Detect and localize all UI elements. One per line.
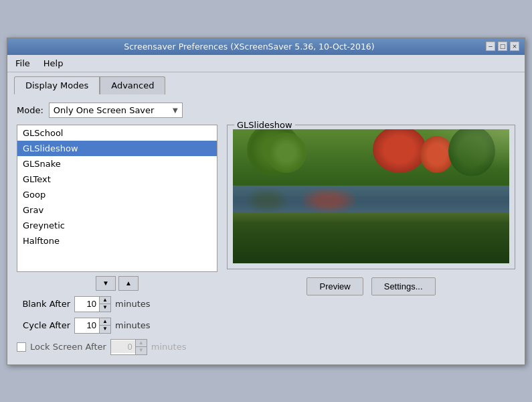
- preview-group-label: GLSlideshow: [234, 120, 295, 130]
- maximize-button[interactable]: □: [498, 42, 507, 51]
- lock-screen-spinner-buttons: ▲ ▼: [135, 340, 147, 354]
- preview-image: [233, 129, 509, 263]
- menubar: File Help: [7, 55, 525, 72]
- tab-advanced[interactable]: Advanced: [100, 76, 165, 94]
- lock-screen-spinner: ▲ ▼: [110, 339, 147, 355]
- preview-button[interactable]: Preview: [306, 277, 363, 295]
- mode-value: Only One Screen Saver: [54, 105, 155, 115]
- blank-after-label: Blank After: [17, 299, 70, 309]
- autumn-red-tree: [373, 129, 426, 173]
- screensaver-listbox-container: GLSchool GLSlideshow GLSnake GLText Goop…: [17, 125, 217, 272]
- list-item[interactable]: Goop: [17, 187, 217, 202]
- lock-screen-row: Lock Screen After ▲ ▼ minutes: [17, 339, 217, 355]
- list-item[interactable]: Grav: [17, 202, 217, 218]
- minimize-button[interactable]: −: [486, 42, 495, 51]
- mode-row: Mode: Only One Screen Saver ▼: [17, 103, 515, 118]
- list-down-button[interactable]: ▼: [96, 276, 116, 291]
- blank-after-down-button[interactable]: ▼: [100, 304, 110, 312]
- cycle-after-input[interactable]: [75, 319, 99, 332]
- blank-after-spinner-buttons: ▲ ▼: [99, 297, 110, 312]
- list-item[interactable]: GLSlideshow: [17, 141, 217, 156]
- list-item[interactable]: Halftone: [17, 233, 217, 249]
- cycle-after-row: Cycle After ▲ ▼ minutes: [17, 318, 217, 334]
- grass-top-edge: [233, 212, 509, 222]
- lock-screen-down-button: ▼: [136, 347, 147, 354]
- water-reflection-green: [247, 188, 287, 212]
- grass-foreground: [233, 212, 509, 263]
- mode-dropdown-arrow: ▼: [173, 107, 178, 114]
- settings-button[interactable]: Settings...: [371, 277, 436, 295]
- sky-light: [426, 129, 509, 170]
- close-button[interactable]: ×: [510, 42, 519, 51]
- content-area: Mode: Only One Screen Saver ▼ GLSchool G…: [7, 94, 525, 364]
- main-window: Screensaver Preferences (XScreenSaver 5.…: [7, 38, 525, 365]
- list-item[interactable]: GLSchool: [17, 125, 217, 141]
- cycle-after-spinner: ▲ ▼: [74, 318, 111, 334]
- list-item[interactable]: GLText: [17, 172, 217, 187]
- left-panel: GLSchool GLSlideshow GLSnake GLText Goop…: [17, 125, 217, 355]
- garden-background: [233, 129, 509, 263]
- window-title: Screensaver Preferences (XScreenSaver 5.…: [13, 42, 486, 52]
- blank-after-up-button[interactable]: ▲: [100, 297, 110, 304]
- blank-after-row: Blank After ▲ ▼ minutes: [17, 296, 217, 312]
- mode-label: Mode:: [17, 105, 43, 115]
- right-panel: GLSlideshow: [227, 125, 515, 355]
- lock-screen-checkbox[interactable]: [17, 342, 26, 352]
- lock-screen-input: [111, 340, 135, 353]
- blank-after-units: minutes: [115, 299, 151, 309]
- mode-dropdown[interactable]: Only One Screen Saver ▼: [49, 103, 183, 118]
- menu-help[interactable]: Help: [41, 57, 66, 70]
- cycle-after-up-button[interactable]: ▲: [100, 318, 110, 326]
- blank-after-input[interactable]: [75, 297, 99, 310]
- list-up-button[interactable]: ▲: [118, 276, 139, 291]
- list-item[interactable]: GLSnake: [17, 156, 217, 172]
- cycle-after-label: Cycle After: [17, 320, 70, 330]
- lock-screen-up-button: ▲: [136, 340, 147, 347]
- cycle-after-units: minutes: [115, 320, 151, 330]
- preview-group: GLSlideshow: [227, 125, 515, 269]
- lock-screen-units: minutes: [151, 342, 187, 352]
- action-buttons: Preview Settings...: [227, 277, 515, 295]
- cycle-after-spinner-buttons: ▲ ▼: [99, 318, 110, 333]
- tree-left-2: [266, 133, 306, 173]
- titlebar-controls: − □ ×: [486, 42, 519, 51]
- titlebar: Screensaver Preferences (XScreenSaver 5.…: [7, 38, 525, 55]
- blank-after-spinner: ▲ ▼: [74, 296, 111, 312]
- screensaver-listbox[interactable]: GLSchool GLSlideshow GLSnake GLText Goop…: [17, 125, 217, 271]
- cycle-after-down-button[interactable]: ▼: [100, 326, 110, 333]
- main-area: GLSchool GLSlideshow GLSnake GLText Goop…: [17, 125, 515, 355]
- water-reflection-red: [302, 188, 355, 212]
- menu-file[interactable]: File: [13, 57, 33, 70]
- tab-display-modes[interactable]: Display Modes: [14, 76, 100, 94]
- list-item[interactable]: Greynetic: [17, 218, 217, 233]
- list-nav: ▼ ▲: [17, 276, 217, 291]
- tab-bar: Display Modes Advanced: [7, 72, 525, 94]
- lock-screen-label: Lock Screen After: [30, 342, 106, 352]
